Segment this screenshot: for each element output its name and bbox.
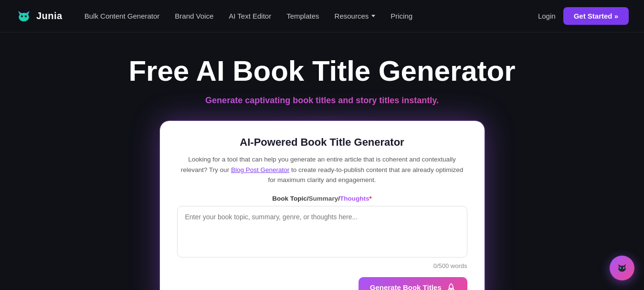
get-started-button[interactable]: Get Started »	[563, 7, 629, 25]
svg-point-2	[21, 15, 23, 17]
nav-templates[interactable]: Templates	[280, 8, 326, 24]
svg-point-11	[620, 267, 621, 269]
chatbot-bubble[interactable]	[610, 256, 634, 280]
chatbot-icon	[615, 261, 629, 275]
word-count: 0/500 words	[177, 262, 467, 269]
svg-point-12	[623, 267, 624, 269]
svg-point-4	[22, 15, 22, 16]
svg-point-3	[25, 15, 27, 17]
generator-card: AI-Powered Book Title Generator Looking …	[160, 121, 485, 290]
svg-point-5	[26, 15, 26, 16]
generate-button[interactable]: Generate Book Titles	[359, 277, 467, 290]
hero-subtitle: Generate captivating book titles and sto…	[15, 96, 629, 106]
card-description: Looking for a tool that can help you gen…	[177, 154, 467, 185]
book-topic-textarea[interactable]	[177, 206, 467, 258]
logo-link[interactable]: Junia	[15, 8, 63, 25]
field-label: Book Topic/Summary/Thoughts*	[177, 195, 467, 202]
nav-bulk-content[interactable]: Bulk Content Generator	[78, 8, 167, 24]
nav-resources[interactable]: Resources	[328, 8, 382, 24]
nav-pricing[interactable]: Pricing	[384, 8, 419, 24]
nav-brand-voice[interactable]: Brand Voice	[168, 8, 220, 24]
junia-logo-icon	[15, 8, 32, 25]
card-wrapper: AI-Powered Book Title Generator Looking …	[15, 121, 629, 290]
resources-chevron-icon	[371, 15, 375, 17]
rocket-icon	[446, 283, 456, 290]
login-button[interactable]: Login	[538, 12, 556, 20]
svg-point-13	[621, 268, 621, 268]
svg-point-14	[624, 268, 624, 268]
nav-links: Bulk Content Generator Brand Voice AI Te…	[78, 8, 538, 24]
blog-post-generator-link[interactable]: Blog Post Generator	[231, 166, 289, 173]
nav-ai-text-editor[interactable]: AI Text Editor	[222, 8, 278, 24]
hero-title: Free AI Book Title Generator	[15, 55, 629, 87]
hero-section: Free AI Book Title Generator Generate ca…	[0, 32, 644, 290]
svg-point-10	[618, 266, 625, 272]
card-title: AI-Powered Book Title Generator	[177, 136, 467, 149]
navbar: Junia Bulk Content Generator Brand Voice…	[0, 0, 644, 32]
logo-text: Junia	[36, 11, 63, 21]
nav-actions: Login Get Started »	[538, 7, 629, 25]
